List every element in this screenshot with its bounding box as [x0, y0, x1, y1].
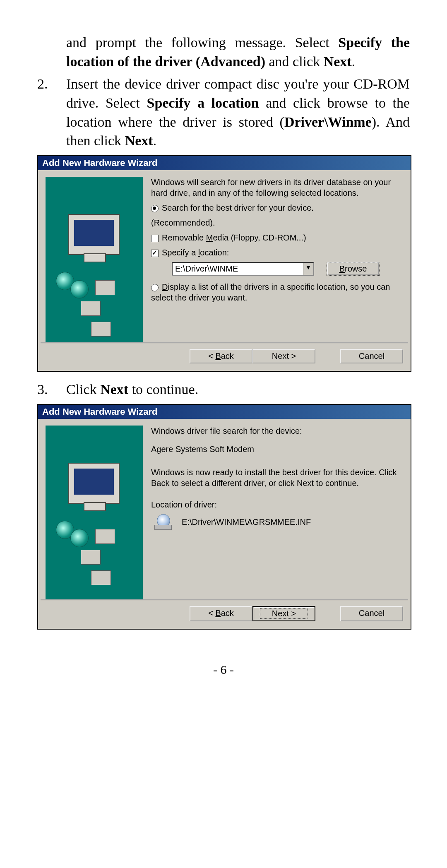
recommended-label: (Recommended). — [151, 217, 401, 228]
cancel-button[interactable]: Cancel — [340, 349, 403, 363]
list-number: 2. — [37, 75, 50, 151]
text: and click — [265, 54, 324, 69]
checkbox-removable-media[interactable]: Removable Media (Floppy, CD-ROM...) — [151, 232, 401, 243]
wizard-button-row: < Back Next > Cancel — [38, 343, 411, 371]
step-3: 3. Click Next to continue. — [37, 380, 410, 399]
location-row: ▼ Browse — [172, 262, 401, 276]
monitor-icon — [68, 214, 120, 255]
step-2: 2. Insert the device driver compact disc… — [37, 75, 410, 151]
wizard-side-graphic — [46, 177, 143, 342]
dropdown-icon[interactable]: ▼ — [303, 263, 313, 275]
back-button[interactable]: < Back — [190, 349, 252, 363]
floppy-icon — [81, 550, 101, 565]
wizard-side-graphic — [46, 426, 143, 599]
add-new-hardware-wizard-2: Add New Hardware Wizard Windows driver f… — [37, 404, 411, 630]
wizard-intro-text: Windows will search for new drivers in i… — [151, 177, 401, 198]
floppy-icon — [91, 322, 111, 337]
device-name: Agere Systems Soft Modem — [151, 444, 401, 454]
wizard-content: Windows driver file search for the devic… — [151, 426, 403, 599]
wizard-title: Add New Hardware Wizard — [38, 156, 411, 170]
driver-location-row: E:\Driver\WINME\AGRSMMEE.INF — [154, 514, 401, 530]
location-label: Location of driver: — [151, 499, 401, 510]
location-combo[interactable]: ▼ — [172, 262, 314, 276]
driver-path: E:\Driver\WINME\AGRSMMEE.INF — [182, 517, 311, 527]
text: . — [352, 54, 356, 69]
radio-icon[interactable] — [151, 284, 159, 291]
checkbox-icon[interactable] — [151, 235, 159, 242]
radio-icon[interactable] — [151, 205, 159, 212]
next-button[interactable]: Next > — [252, 606, 315, 621]
page-number: - 6 - — [37, 663, 410, 677]
location-input[interactable] — [173, 263, 303, 275]
monitor-icon — [68, 463, 120, 504]
step-3-text: Click Next to continue. — [66, 380, 410, 399]
checkbox-icon[interactable] — [151, 250, 159, 257]
wizard-button-row: < Back Next > Cancel — [38, 600, 411, 629]
radio-display-list[interactable]: Display a list of all the drivers in a s… — [151, 281, 401, 303]
disc-icon — [70, 529, 89, 547]
floppy-icon — [81, 301, 101, 316]
text: and prompt the following message. Select — [66, 35, 338, 50]
disc-icon — [70, 280, 89, 298]
step-2-text: Insert the device driver compact disc yo… — [66, 75, 410, 151]
intro-paragraph: and prompt the following message. Select… — [66, 33, 410, 71]
browse-button[interactable]: Browse — [327, 262, 380, 276]
search-label: Windows driver file search for the devic… — [151, 426, 401, 436]
list-number: 3. — [37, 380, 50, 399]
bold-text: Next — [324, 54, 352, 69]
next-button[interactable]: Next > — [252, 349, 315, 363]
radio-search-best[interactable]: Search for the best driver for your devi… — [151, 202, 401, 213]
wizard-title: Add New Hardware Wizard — [38, 405, 411, 419]
wizard-content: Windows will search for new drivers in i… — [151, 177, 403, 342]
add-new-hardware-wizard-1: Add New Hardware Wizard Windows will sea… — [37, 155, 411, 372]
back-button[interactable]: < Back — [190, 606, 252, 621]
cancel-button[interactable]: Cancel — [340, 606, 403, 621]
floppy-icon — [95, 529, 115, 544]
checkbox-specify-location[interactable]: Specify a location: — [151, 247, 401, 258]
floppy-icon — [91, 570, 111, 585]
cd-icon — [154, 514, 172, 530]
ready-text: Windows is now ready to install the best… — [151, 467, 401, 488]
floppy-icon — [95, 280, 115, 295]
